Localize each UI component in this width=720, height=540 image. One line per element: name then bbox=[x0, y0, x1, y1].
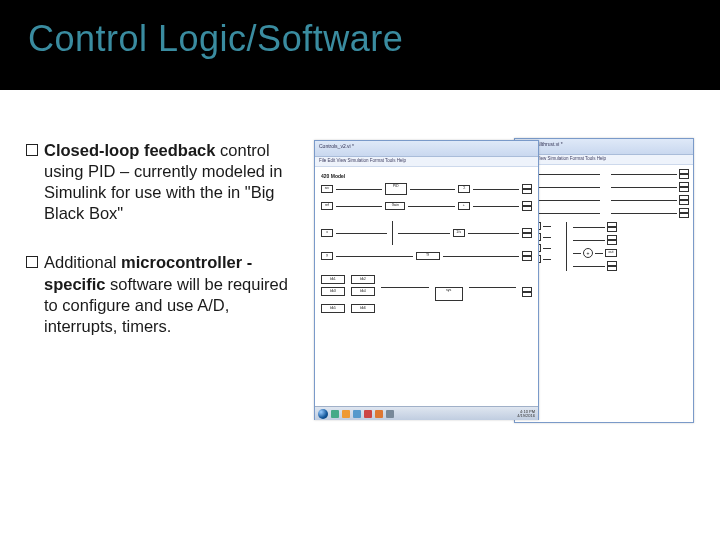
window-titlebar: Controls_v2.vi * bbox=[315, 141, 538, 157]
window-menubar: File Edit View Simulation Format Tools H… bbox=[315, 157, 538, 167]
simulink-window-back: control_allthrust.vi * File Edit View Si… bbox=[514, 138, 694, 423]
windows-taskbar: 4:10 PM 4/19/2016 bbox=[315, 406, 538, 420]
bullet-1-text: Closed-loop feedback control using PID –… bbox=[44, 140, 306, 224]
title-bar: Control Logic/Software bbox=[0, 0, 720, 90]
task-icon bbox=[353, 410, 361, 418]
bullet-column: Closed-loop feedback control using PID –… bbox=[26, 140, 306, 440]
task-icon bbox=[375, 410, 383, 418]
bullet-2-text: Additional microcontroller -specific sof… bbox=[44, 252, 306, 336]
start-orb-icon bbox=[318, 409, 328, 419]
model-label: 420 Model bbox=[321, 173, 532, 179]
window-menubar: File Edit View Simulation Format Tools H… bbox=[515, 155, 693, 165]
simulink-canvas: 420 Model src PID Σ ref Gain + x 1/s bbox=[315, 167, 538, 401]
slide-title: Control Logic/Software bbox=[28, 18, 720, 60]
bullet-1-bold: Closed-loop feedback bbox=[44, 141, 215, 159]
simulink-canvas: in1 in2 in3 in4 a b c d bbox=[515, 165, 693, 404]
task-icon bbox=[386, 410, 394, 418]
bullet-marker-icon bbox=[26, 144, 38, 156]
bullet-2: Additional microcontroller -specific sof… bbox=[26, 252, 306, 336]
bullet-2-pre: Additional bbox=[44, 253, 121, 271]
window-titlebar: control_allthrust.vi * bbox=[515, 139, 693, 155]
taskbar-clock: 4:10 PM 4/19/2016 bbox=[517, 410, 535, 418]
bullet-1: Closed-loop feedback control using PID –… bbox=[26, 140, 306, 224]
simulink-window-front: Controls_v2.vi * File Edit View Simulati… bbox=[314, 140, 539, 420]
task-icon bbox=[364, 410, 372, 418]
taskbar-date: 4/19/2016 bbox=[517, 414, 535, 418]
screenshots-column: control_allthrust.vi * File Edit View Si… bbox=[314, 140, 710, 440]
content-area: Closed-loop feedback control using PID –… bbox=[0, 90, 720, 440]
task-icon bbox=[331, 410, 339, 418]
bullet-marker-icon bbox=[26, 256, 38, 268]
task-icon bbox=[342, 410, 350, 418]
